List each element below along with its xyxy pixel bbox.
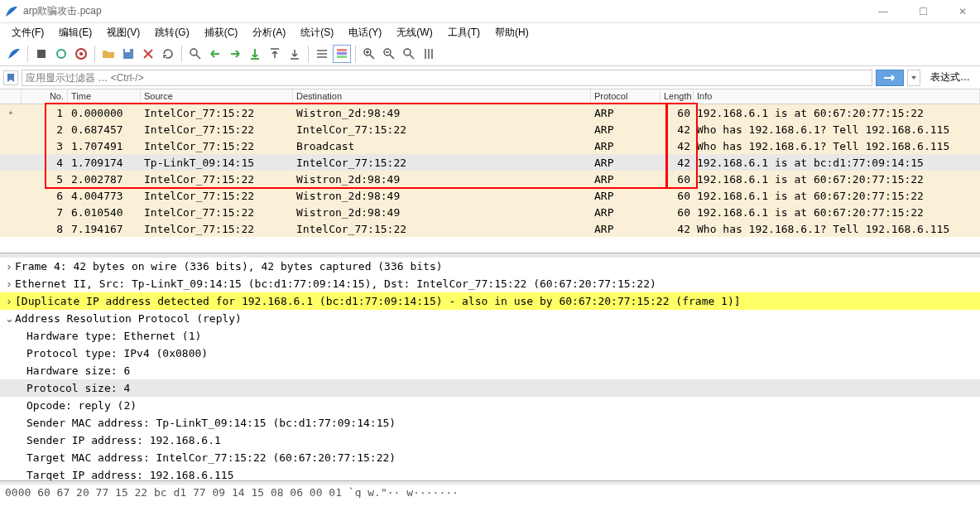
detail-field[interactable]: Hardware size: 6 [0, 362, 980, 379]
app-icon [5, 5, 18, 18]
col-destination[interactable]: Destination [293, 89, 591, 104]
detail-ethernet[interactable]: ›Ethernet II, Src: Tp-LinkT_09:14:15 (bc… [0, 275, 980, 292]
col-protocol[interactable]: Protocol [591, 89, 661, 104]
svg-point-3 [79, 52, 83, 55]
maximize-button[interactable]: ☐ [910, 6, 935, 17]
packet-row[interactable]: 52.002787IntelCor_77:15:22Wistron_2d:98:… [0, 171, 980, 187]
bookmark-icon[interactable] [3, 70, 18, 85]
apply-filter-button[interactable] [876, 70, 904, 86]
svg-rect-8 [317, 53, 327, 55]
col-no[interactable]: No. [22, 89, 68, 104]
detail-field[interactable]: Sender IP address: 192.168.6.1 [0, 432, 980, 449]
titlebar: arp欺骗攻击.pcap — ☐ ✕ [0, 0, 980, 23]
menu-tools[interactable]: 工具(T) [441, 24, 487, 41]
zoom-in-icon[interactable] [360, 45, 378, 63]
menu-analyze[interactable]: 分析(A) [246, 24, 292, 41]
col-info[interactable]: Info [694, 89, 980, 104]
packet-row[interactable]: 31.707491IntelCor_77:15:22BroadcastARP42… [0, 137, 980, 154]
menu-view[interactable]: 视图(V) [100, 24, 147, 41]
close-button[interactable]: ✕ [950, 6, 975, 17]
menu-go[interactable]: 跳转(G) [148, 24, 195, 41]
detail-field[interactable]: Sender MAC address: Tp-LinkT_09:14:15 (b… [0, 414, 980, 432]
svg-rect-11 [337, 52, 347, 55]
svg-point-1 [57, 50, 65, 58]
filterbar: 表达式… [0, 66, 980, 89]
minimize-button[interactable]: — [871, 6, 896, 17]
open-icon[interactable] [99, 45, 118, 63]
menu-statistics[interactable]: 统计(S) [294, 24, 340, 41]
detail-arp[interactable]: ⌄Address Resolution Protocol (reply) [0, 310, 980, 327]
col-length[interactable]: Length [661, 89, 694, 104]
menu-file[interactable]: 文件(F) [5, 24, 50, 41]
window-title: arp欺骗攻击.pcap [23, 4, 871, 18]
col-source[interactable]: Source [141, 89, 293, 104]
packet-headers: No. Time Source Destination Protocol Len… [0, 89, 980, 104]
svg-rect-7 [317, 50, 327, 51]
hex-view[interactable]: 0000 60 67 20 77 15 22 bc d1 77 09 14 15… [0, 481, 980, 498]
svg-point-15 [404, 49, 411, 55]
jump-icon[interactable] [246, 45, 264, 63]
save-icon[interactable] [119, 45, 137, 63]
packet-row[interactable]: 87.194167IntelCor_77:15:22IntelCor_77:15… [0, 220, 980, 237]
packet-row[interactable]: 41.709174Tp-LinkT_09:14:15IntelCor_77:15… [0, 154, 980, 171]
display-filter-input[interactable] [22, 70, 872, 86]
menu-edit[interactable]: 编辑(E) [52, 24, 98, 41]
expression-button[interactable]: 表达式… [924, 70, 977, 84]
detail-field[interactable]: Target IP address: 192.168.6.115 [0, 466, 980, 481]
zoom-out-icon[interactable] [380, 45, 398, 63]
svg-rect-0 [37, 50, 46, 58]
stop-icon[interactable] [32, 45, 50, 63]
start-capture-icon[interactable] [5, 45, 23, 63]
options-icon[interactable] [72, 45, 90, 63]
menu-help[interactable]: 帮助(H) [488, 24, 536, 41]
svg-rect-9 [317, 56, 327, 58]
next-icon[interactable] [226, 45, 244, 63]
detail-duplicate-ip[interactable]: ›[Duplicate IP address detected for 192.… [0, 292, 980, 310]
packet-details: ›Frame 4: 42 bytes on wire (336 bits), 4… [0, 253, 980, 481]
first-icon[interactable] [266, 45, 284, 63]
zoom-reset-icon[interactable] [400, 45, 418, 63]
detail-frame[interactable]: ›Frame 4: 42 bytes on wire (336 bits), 4… [0, 258, 980, 275]
restart-icon[interactable] [52, 45, 70, 63]
prev-icon[interactable] [206, 45, 224, 63]
find-icon[interactable] [186, 45, 204, 63]
close-file-icon[interactable] [139, 45, 157, 63]
packet-row[interactable]: •10.000000IntelCor_77:15:22Wistron_2d:98… [0, 104, 980, 121]
resize-cols-icon[interactable] [420, 45, 438, 63]
colorize-icon[interactable] [333, 45, 351, 63]
detail-field[interactable]: Protocol type: IPv4 (0x0800) [0, 345, 980, 362]
filter-dropdown[interactable] [907, 70, 920, 86]
svg-rect-12 [337, 55, 347, 58]
menu-telephony[interactable]: 电话(Y) [342, 24, 388, 41]
toolbar [0, 41, 980, 66]
packet-row[interactable]: 64.004773IntelCor_77:15:22Wistron_2d:98:… [0, 187, 980, 204]
autoscroll-icon[interactable] [313, 45, 331, 63]
menu-capture[interactable]: 捕获(C) [198, 24, 245, 41]
col-time[interactable]: Time [68, 89, 141, 104]
detail-field[interactable]: Target MAC address: IntelCor_77:15:22 (6… [0, 449, 980, 466]
detail-field[interactable]: Opcode: reply (2) [0, 397, 980, 414]
svg-rect-5 [125, 49, 130, 52]
svg-point-6 [190, 49, 197, 55]
menubar: 文件(F) 编辑(E) 视图(V) 跳转(G) 捕获(C) 分析(A) 统计(S… [0, 23, 980, 41]
detail-field[interactable]: Hardware type: Ethernet (1) [0, 327, 980, 345]
menu-wireless[interactable]: 无线(W) [390, 24, 439, 41]
packet-list: No. Time Source Destination Protocol Len… [0, 89, 980, 253]
packet-row[interactable]: 20.687457IntelCor_77:15:22IntelCor_77:15… [0, 121, 980, 137]
last-icon[interactable] [286, 45, 304, 63]
svg-rect-10 [337, 49, 347, 51]
reload-icon[interactable] [159, 45, 177, 63]
detail-field[interactable]: Protocol size: 4 [0, 379, 980, 397]
packet-row[interactable]: 76.010540IntelCor_77:15:22Wistron_2d:98:… [0, 204, 980, 220]
